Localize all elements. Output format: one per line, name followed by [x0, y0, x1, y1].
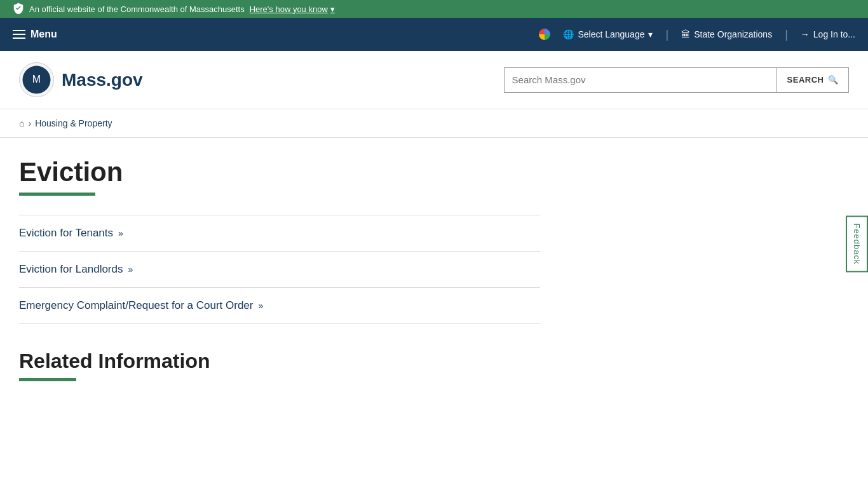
- feedback-tab[interactable]: Feedback: [846, 215, 868, 272]
- top-banner: An official website of the Commonwealth …: [0, 0, 868, 18]
- heres-how-button[interactable]: Here's how you know ▾: [250, 4, 335, 14]
- site-logo-link[interactable]: M Mass.gov: [19, 62, 143, 97]
- arrow-icon: »: [118, 228, 123, 238]
- list-item: Eviction for Landlords »: [19, 251, 540, 287]
- login-icon: →: [801, 29, 810, 39]
- nav-separator: |: [665, 28, 668, 41]
- list-item: Eviction for Tenants »: [19, 215, 540, 251]
- official-text: An official website of the Commonwealth …: [29, 4, 245, 14]
- mass-seal-icon: M: [19, 62, 54, 97]
- search-input[interactable]: [504, 67, 777, 93]
- svg-text:M: M: [32, 74, 41, 85]
- building-icon: 🏛: [681, 29, 690, 39]
- page-title: Eviction: [19, 157, 849, 187]
- breadcrumb-home-link[interactable]: ⌂: [19, 118, 24, 128]
- title-underline: [19, 193, 95, 196]
- breadcrumb-separator: ›: [28, 118, 31, 128]
- log-in-button[interactable]: → Log In to...: [801, 29, 855, 39]
- globe-icon: 🌐: [563, 29, 574, 39]
- main-content: Eviction Eviction for Tenants » Eviction…: [0, 138, 868, 407]
- emergency-complaint-link[interactable]: Emergency Complaint/Request for a Court …: [19, 299, 540, 312]
- breadcrumb-housing-property-link[interactable]: Housing & Property: [35, 118, 112, 128]
- breadcrumb: ⌂ › Housing & Property: [0, 109, 868, 138]
- google-translate-icon: [539, 29, 550, 40]
- related-section: Related Information: [19, 349, 849, 381]
- eviction-landlords-link[interactable]: Eviction for Landlords »: [19, 263, 540, 276]
- select-language-button[interactable]: 🌐 Select Language ▾: [563, 29, 653, 39]
- site-logo-text: Mass.gov: [62, 70, 143, 90]
- arrow-icon: »: [128, 264, 133, 274]
- links-section: Eviction for Tenants » Eviction for Land…: [19, 215, 540, 324]
- nav-separator-2: |: [785, 28, 788, 41]
- related-underline: [19, 378, 76, 381]
- search-icon: 🔍: [828, 75, 839, 85]
- arrow-icon: »: [259, 301, 264, 311]
- search-button[interactable]: SEARCH 🔍: [777, 67, 849, 93]
- hamburger-icon: [13, 30, 25, 39]
- menu-button[interactable]: Menu: [13, 29, 57, 40]
- state-orgs-button[interactable]: 🏛 State Organizations: [681, 29, 772, 39]
- shield-icon: [13, 3, 24, 16]
- nav-bar: Menu 🌐 Select Language ▾ | 🏛 State Organ…: [0, 18, 868, 51]
- nav-right: 🌐 Select Language ▾ | 🏛 State Organizati…: [539, 28, 855, 41]
- list-item: Emergency Complaint/Request for a Court …: [19, 287, 540, 324]
- search-area: SEARCH 🔍: [504, 67, 849, 93]
- site-header: M Mass.gov SEARCH 🔍: [0, 51, 868, 109]
- home-icon: ⌂: [19, 118, 24, 128]
- chevron-down-icon: ▾: [648, 29, 653, 39]
- eviction-tenants-link[interactable]: Eviction for Tenants »: [19, 227, 540, 240]
- related-information-title: Related Information: [19, 349, 849, 373]
